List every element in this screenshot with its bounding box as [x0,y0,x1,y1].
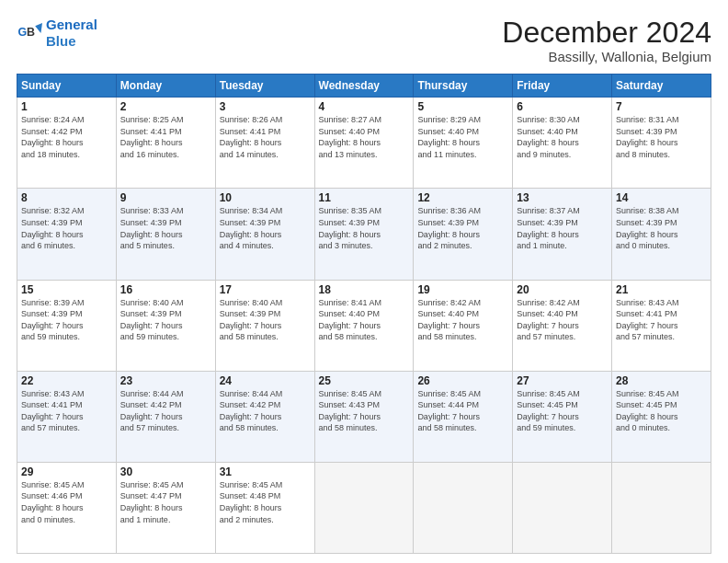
calendar-cell: 2Sunrise: 8:25 AMSunset: 4:41 PMDaylight… [116,98,215,189]
calendar-cell: 13Sunrise: 8:37 AMSunset: 4:39 PMDayligh… [513,189,612,280]
day-number: 4 [319,100,410,113]
day-number: 5 [417,100,508,113]
calendar-cell: 9Sunrise: 8:33 AMSunset: 4:39 PMDaylight… [116,189,215,280]
calendar-cell: 17Sunrise: 8:40 AMSunset: 4:39 PMDayligh… [215,280,314,371]
day-info: Sunrise: 8:27 AMSunset: 4:40 PMDaylight:… [319,114,410,160]
day-info: Sunrise: 8:36 AMSunset: 4:39 PMDaylight:… [417,205,508,251]
day-number: 11 [319,191,410,204]
day-info: Sunrise: 8:42 AMSunset: 4:40 PMDaylight:… [517,297,608,343]
day-info: Sunrise: 8:41 AMSunset: 4:40 PMDaylight:… [319,297,410,343]
calendar-cell: 28Sunrise: 8:45 AMSunset: 4:45 PMDayligh… [612,371,711,462]
calendar-cell [612,462,711,553]
day-number: 28 [616,374,707,387]
day-info: Sunrise: 8:40 AMSunset: 4:39 PMDaylight:… [120,297,211,343]
calendar-table: SundayMondayTuesdayWednesdayThursdayFrid… [17,74,711,554]
day-info: Sunrise: 8:45 AMSunset: 4:48 PMDaylight:… [220,479,311,525]
day-info: Sunrise: 8:45 AMSunset: 4:45 PMDaylight:… [517,388,608,434]
day-number: 23 [120,374,211,387]
weekday-header-thursday: Thursday [414,75,513,98]
svg-marker-2 [35,23,42,33]
calendar-cell: 24Sunrise: 8:44 AMSunset: 4:42 PMDayligh… [215,371,314,462]
calendar-cell: 18Sunrise: 8:41 AMSunset: 4:40 PMDayligh… [314,280,414,371]
day-info: Sunrise: 8:44 AMSunset: 4:42 PMDaylight:… [120,388,211,434]
day-info: Sunrise: 8:45 AMSunset: 4:45 PMDaylight:… [616,388,707,434]
header: G B General Blue December 2024 Bassilly,… [17,17,711,64]
title-block: December 2024 Bassilly, Wallonia, Belgiu… [502,17,711,64]
day-number: 21 [616,283,707,296]
weekday-header-tuesday: Tuesday [215,75,314,98]
calendar-cell [314,462,414,553]
weekday-header-friday: Friday [513,75,612,98]
calendar-cell: 11Sunrise: 8:35 AMSunset: 4:39 PMDayligh… [314,189,414,280]
calendar-cell: 4Sunrise: 8:27 AMSunset: 4:40 PMDaylight… [314,98,414,189]
logo-line2: Blue [46,33,97,50]
calendar-cell: 30Sunrise: 8:45 AMSunset: 4:47 PMDayligh… [116,462,215,553]
day-number: 2 [120,100,211,113]
day-number: 10 [220,191,311,204]
weekday-header-row: SundayMondayTuesdayWednesdayThursdayFrid… [17,75,711,98]
weekday-header-wednesday: Wednesday [314,75,414,98]
day-info: Sunrise: 8:45 AMSunset: 4:43 PMDaylight:… [319,388,410,434]
day-info: Sunrise: 8:43 AMSunset: 4:41 PMDaylight:… [616,297,707,343]
calendar-cell: 7Sunrise: 8:31 AMSunset: 4:39 PMDaylight… [612,98,711,189]
day-info: Sunrise: 8:40 AMSunset: 4:39 PMDaylight:… [220,297,311,343]
calendar-cell: 26Sunrise: 8:45 AMSunset: 4:44 PMDayligh… [414,371,513,462]
day-info: Sunrise: 8:39 AMSunset: 4:39 PMDaylight:… [21,297,112,343]
page: G B General Blue December 2024 Bassilly,… [0,0,728,563]
day-info: Sunrise: 8:45 AMSunset: 4:47 PMDaylight:… [120,479,211,525]
logo-line1: General [46,17,97,32]
calendar-cell: 6Sunrise: 8:30 AMSunset: 4:40 PMDaylight… [513,98,612,189]
weekday-header-monday: Monday [116,75,215,98]
day-info: Sunrise: 8:35 AMSunset: 4:39 PMDaylight:… [319,205,410,251]
calendar-cell: 21Sunrise: 8:43 AMSunset: 4:41 PMDayligh… [612,280,711,371]
day-info: Sunrise: 8:31 AMSunset: 4:39 PMDaylight:… [616,114,707,160]
day-number: 7 [616,100,707,113]
day-info: Sunrise: 8:38 AMSunset: 4:39 PMDaylight:… [616,205,707,251]
day-number: 25 [319,374,410,387]
calendar-cell: 3Sunrise: 8:26 AMSunset: 4:41 PMDaylight… [215,98,314,189]
calendar-week-row: 8Sunrise: 8:32 AMSunset: 4:39 PMDaylight… [17,189,711,280]
calendar-cell [513,462,612,553]
weekday-header-saturday: Saturday [612,75,711,98]
day-number: 18 [319,283,410,296]
calendar-cell: 25Sunrise: 8:45 AMSunset: 4:43 PMDayligh… [314,371,414,462]
day-number: 6 [517,100,608,113]
day-info: Sunrise: 8:25 AMSunset: 4:41 PMDaylight:… [120,114,211,160]
day-info: Sunrise: 8:24 AMSunset: 4:42 PMDaylight:… [21,114,112,160]
day-info: Sunrise: 8:45 AMSunset: 4:44 PMDaylight:… [417,388,508,434]
day-number: 8 [21,191,112,204]
day-number: 31 [220,465,311,478]
logo: G B General Blue [17,17,97,50]
calendar-cell: 19Sunrise: 8:42 AMSunset: 4:40 PMDayligh… [414,280,513,371]
day-info: Sunrise: 8:37 AMSunset: 4:39 PMDaylight:… [517,205,608,251]
weekday-header-sunday: Sunday [17,75,117,98]
day-info: Sunrise: 8:30 AMSunset: 4:40 PMDaylight:… [517,114,608,160]
calendar-cell: 14Sunrise: 8:38 AMSunset: 4:39 PMDayligh… [612,189,711,280]
day-info: Sunrise: 8:45 AMSunset: 4:46 PMDaylight:… [21,479,112,525]
month-title: December 2024 [502,17,711,49]
day-number: 16 [120,283,211,296]
calendar-cell: 5Sunrise: 8:29 AMSunset: 4:40 PMDaylight… [414,98,513,189]
location-subtitle: Bassilly, Wallonia, Belgium [502,49,711,64]
day-number: 27 [517,374,608,387]
svg-text:B: B [27,26,35,39]
logo-text: General Blue [46,17,97,50]
calendar-week-row: 22Sunrise: 8:43 AMSunset: 4:41 PMDayligh… [17,371,711,462]
day-number: 14 [616,191,707,204]
calendar-week-row: 29Sunrise: 8:45 AMSunset: 4:46 PMDayligh… [17,462,711,553]
calendar-cell: 16Sunrise: 8:40 AMSunset: 4:39 PMDayligh… [116,280,215,371]
calendar-cell: 12Sunrise: 8:36 AMSunset: 4:39 PMDayligh… [414,189,513,280]
calendar-week-row: 15Sunrise: 8:39 AMSunset: 4:39 PMDayligh… [17,280,711,371]
calendar-cell: 29Sunrise: 8:45 AMSunset: 4:46 PMDayligh… [17,462,117,553]
day-number: 9 [120,191,211,204]
day-info: Sunrise: 8:43 AMSunset: 4:41 PMDaylight:… [21,388,112,434]
day-number: 30 [120,465,211,478]
day-number: 1 [21,100,112,113]
day-number: 19 [417,283,508,296]
calendar-cell: 15Sunrise: 8:39 AMSunset: 4:39 PMDayligh… [17,280,117,371]
day-info: Sunrise: 8:44 AMSunset: 4:42 PMDaylight:… [220,388,311,434]
day-number: 13 [517,191,608,204]
calendar-cell: 8Sunrise: 8:32 AMSunset: 4:39 PMDaylight… [17,189,117,280]
day-number: 15 [21,283,112,296]
day-number: 24 [220,374,311,387]
